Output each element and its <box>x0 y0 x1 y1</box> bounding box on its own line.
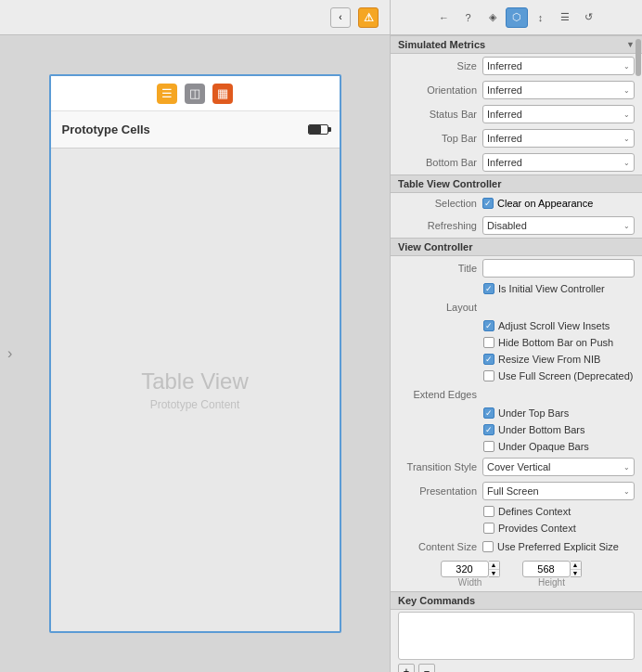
title-control <box>482 259 635 278</box>
add-key-command-btn[interactable]: + <box>398 664 415 672</box>
top-bar-select-arrow: ⌄ <box>623 135 630 143</box>
refreshing-label: Refreshing <box>398 220 477 231</box>
resize-nib-label: Resize View From NIB <box>498 354 600 365</box>
hide-bottom-checkbox[interactable] <box>483 337 494 348</box>
key-commands-area <box>398 612 635 660</box>
scrollbar-track[interactable] <box>635 35 642 672</box>
transition-style-label: Transition Style <box>398 461 477 472</box>
back-btn[interactable]: ‹ <box>330 7 351 28</box>
inspector-panel: ← ? ◈ ⬡ ↕ ☰ ↺ Simulated Metrics ▼ Size I… <box>390 0 642 672</box>
height-input[interactable]: 568 <box>522 561 571 577</box>
table-view-label: Table View <box>141 368 249 394</box>
scene-icon[interactable]: ▦ <box>212 84 233 104</box>
use-preferred-checkbox[interactable] <box>482 541 494 552</box>
key-commands-footer: + − <box>391 662 642 672</box>
width-down[interactable]: ▼ <box>489 570 499 577</box>
presentation-arrow: ⌄ <box>623 487 630 496</box>
full-screen-checkbox[interactable] <box>483 370 494 381</box>
connections-inspector-btn[interactable]: ☰ <box>554 7 576 28</box>
resize-nib-checkbox[interactable]: ✓ <box>483 354 494 365</box>
width-stepper[interactable]: ▲ ▼ <box>489 561 500 577</box>
title-row: Title <box>391 256 642 280</box>
prototype-content-label: Prototype Content <box>150 398 240 411</box>
provides-context-row: Provides Context <box>391 520 642 536</box>
table-view-controller-icon[interactable]: ☰ <box>157 84 177 104</box>
provides-context-checkbox[interactable] <box>483 523 494 534</box>
status-bar-row: Status Bar Inferred ⌄ <box>391 102 642 126</box>
adjust-scroll-label: Adjust Scroll View Insets <box>498 320 610 331</box>
under-bottom-checkbox[interactable]: ✓ <box>483 424 494 435</box>
status-bar-select[interactable]: Inferred ⌄ <box>482 105 635 123</box>
width-label: Width <box>458 577 482 588</box>
size-inspector-btn[interactable]: ↕ <box>530 7 552 28</box>
inspector-content: Simulated Metrics ▼ Size Inferred ⌄ Orie… <box>391 35 642 672</box>
height-label: Height <box>538 577 565 588</box>
under-bottom-row: ✓ Under Bottom Bars <box>391 421 642 438</box>
is-initial-checkbox[interactable]: ✓ <box>483 283 494 294</box>
section-collapse-arrow[interactable]: ▼ <box>626 40 635 49</box>
file-inspector-btn[interactable]: ← <box>433 7 456 28</box>
title-label: Title <box>398 263 477 274</box>
swift-inspector-btn[interactable]: ↺ <box>578 7 600 28</box>
under-opaque-row: Under Opaque Bars <box>391 438 642 455</box>
width-input[interactable]: 320 <box>441 561 489 577</box>
under-top-row: ✓ Under Top Bars <box>391 405 642 421</box>
content-size-control: Use Preferred Explicit Size <box>482 541 635 552</box>
provides-context-label: Provides Context <box>498 523 576 534</box>
height-down[interactable]: ▼ <box>571 570 581 577</box>
orientation-control: Inferred ⌄ <box>482 81 635 99</box>
orientation-select[interactable]: Inferred ⌄ <box>482 81 635 99</box>
content-size-row: Content Size Use Preferred Explicit Size <box>391 536 642 557</box>
attributes-inspector-btn[interactable]: ⬡ <box>506 7 528 28</box>
layout-label: Layout <box>398 302 477 313</box>
adjust-scroll-checkbox[interactable]: ✓ <box>483 320 494 331</box>
scrollbar-thumb[interactable] <box>636 39 641 76</box>
defines-context-checkbox[interactable] <box>483 506 494 517</box>
orientation-label: Orientation <box>398 84 477 96</box>
identity-inspector-btn[interactable]: ◈ <box>482 7 504 28</box>
navigation-controller-icon[interactable]: ◫ <box>185 84 205 104</box>
refreshing-select[interactable]: Disabled ⌄ <box>482 216 635 235</box>
width-up[interactable]: ▲ <box>489 562 499 570</box>
size-label: Size <box>398 60 477 71</box>
help-btn[interactable]: ? <box>457 7 480 28</box>
status-bar-control: Inferred ⌄ <box>482 105 635 123</box>
warning-btn[interactable]: ⚠ <box>358 7 379 28</box>
canvas-panel: ‹ ⚠ › ☰ ◫ ▦ Prototype Cells Table View P… <box>0 0 390 672</box>
height-stepper[interactable]: ▲ ▼ <box>571 561 582 577</box>
top-bar-label: Top Bar <box>398 133 477 144</box>
selection-control: ✓ Clear on Appearance <box>482 198 635 209</box>
table-view-content: Table View Prototype Content <box>51 149 340 631</box>
selection-checkbox[interactable]: ✓ <box>482 198 494 209</box>
top-bar-control: Inferred ⌄ <box>482 129 635 148</box>
bottom-bar-select[interactable]: Inferred ⌄ <box>482 153 635 172</box>
content-size-label: Content Size <box>398 541 477 552</box>
canvas-area: › ☰ ◫ ▦ Prototype Cells Table View Proto… <box>0 35 390 672</box>
size-row: Size Inferred ⌄ <box>391 54 642 78</box>
extend-edges-row: Extend Edges <box>391 384 642 405</box>
title-input[interactable] <box>482 259 635 278</box>
top-bar-select[interactable]: Inferred ⌄ <box>482 129 635 148</box>
inspector-toolbar: ← ? ◈ ⬡ ↕ ☰ ↺ <box>391 0 642 35</box>
height-up[interactable]: ▲ <box>571 562 581 570</box>
status-bar-label: Status Bar <box>398 109 477 120</box>
remove-key-command-btn[interactable]: − <box>418 664 435 672</box>
extend-edges-label: Extend Edges <box>398 389 477 400</box>
hide-bottom-row: Hide Bottom Bar on Push <box>391 334 642 351</box>
size-inputs-container: 320 ▲ ▼ Width 568 ▲ ▼ <box>391 557 642 591</box>
presentation-select[interactable]: Full Screen ⌄ <box>482 482 635 500</box>
layout-row: Layout <box>391 297 642 317</box>
is-initial-label: Is Initial View Controller <box>498 283 605 294</box>
presentation-control: Full Screen ⌄ <box>482 482 635 500</box>
under-opaque-checkbox[interactable] <box>483 441 494 452</box>
under-bottom-label: Under Bottom Bars <box>498 424 585 435</box>
size-select[interactable]: Inferred ⌄ <box>482 57 635 75</box>
selection-row: Selection ✓ Clear on Appearance <box>391 193 642 213</box>
arrow-left-icon: › <box>7 345 12 362</box>
under-top-checkbox[interactable]: ✓ <box>483 407 494 419</box>
full-screen-row: Use Full Screen (Deprecated) <box>391 368 642 384</box>
transition-style-control: Cover Vertical ⌄ <box>482 458 635 476</box>
transition-style-select[interactable]: Cover Vertical ⌄ <box>482 458 635 476</box>
resize-nib-row: ✓ Resize View From NIB <box>391 351 642 368</box>
defines-context-row: Defines Context <box>391 503 642 520</box>
